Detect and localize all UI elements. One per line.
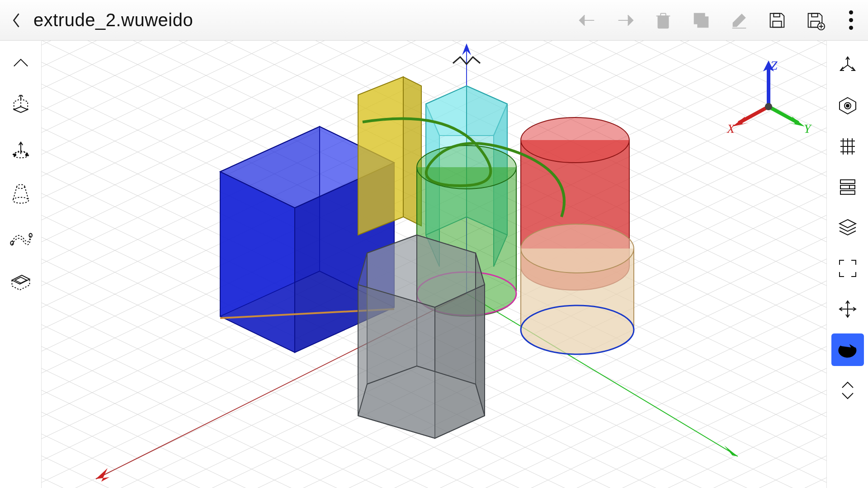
perspective-button[interactable]: [831, 89, 864, 122]
edit-button[interactable]: [723, 5, 755, 36]
svg-rect-207: [840, 185, 855, 189]
delete-button[interactable]: [647, 5, 679, 36]
svg-point-173: [417, 145, 516, 189]
svg-point-25: [14, 154, 15, 156]
gray-hex-prism[interactable]: [358, 235, 485, 438]
svg-rect-2: [658, 16, 669, 28]
svg-point-192: [765, 103, 772, 110]
fit-screen-button[interactable]: [831, 252, 864, 285]
shell-tool[interactable]: [5, 264, 37, 296]
svg-point-198: [846, 104, 849, 107]
gizmo-z-label: Z: [770, 58, 778, 72]
axis-view-button[interactable]: [831, 49, 864, 81]
layers-button[interactable]: [831, 211, 864, 244]
svg-marker-154: [96, 468, 109, 482]
svg-point-27: [17, 185, 24, 189]
more-menu-button[interactable]: [842, 7, 860, 34]
viewport[interactable]: Z X Y: [42, 41, 826, 488]
gizmo-x-label: X: [726, 122, 735, 136]
document-title: extrude_2.wuweido: [33, 10, 193, 30]
svg-rect-208: [840, 191, 855, 194]
collapse-panel-button[interactable]: [5, 47, 37, 80]
svg-point-26: [25, 154, 27, 156]
move-button[interactable]: [831, 293, 864, 325]
sweep-tool[interactable]: [5, 221, 37, 253]
left-toolbar: [0, 41, 42, 488]
redo-button[interactable]: [609, 5, 641, 36]
expand-vertical-button[interactable]: [831, 374, 864, 407]
save-button[interactable]: [761, 5, 793, 36]
svg-marker-166: [358, 77, 403, 235]
svg-rect-205: [840, 180, 855, 183]
svg-point-175: [521, 117, 629, 163]
stack-align-button[interactable]: [831, 171, 864, 203]
svg-rect-15: [774, 13, 779, 17]
right-toolbar: [826, 41, 868, 488]
axis-gizmo[interactable]: Z X Y: [723, 57, 814, 143]
orbit-button[interactable]: [831, 333, 864, 366]
save-as-button[interactable]: [799, 5, 831, 36]
beige-cylinder[interactable]: [521, 224, 634, 354]
svg-marker-209: [840, 220, 856, 228]
loft-tool[interactable]: [5, 177, 37, 210]
yellow-prism[interactable]: [358, 77, 421, 235]
revolve-tool[interactable]: [5, 134, 37, 166]
extrude-tool[interactable]: [5, 90, 37, 123]
svg-marker-156: [722, 446, 738, 456]
svg-rect-206: [840, 185, 849, 189]
duplicate-button[interactable]: [685, 5, 717, 36]
svg-rect-14: [773, 21, 781, 27]
gizmo-y-label: Y: [804, 122, 812, 136]
svg-rect-17: [811, 13, 817, 17]
svg-point-176: [521, 224, 634, 273]
undo-button[interactable]: [571, 5, 603, 36]
back-button[interactable]: [8, 7, 24, 34]
top-toolbar: extrude_2.wuweido: [0, 0, 868, 41]
svg-point-28: [13, 197, 28, 203]
grid-toggle-button[interactable]: [831, 130, 864, 163]
